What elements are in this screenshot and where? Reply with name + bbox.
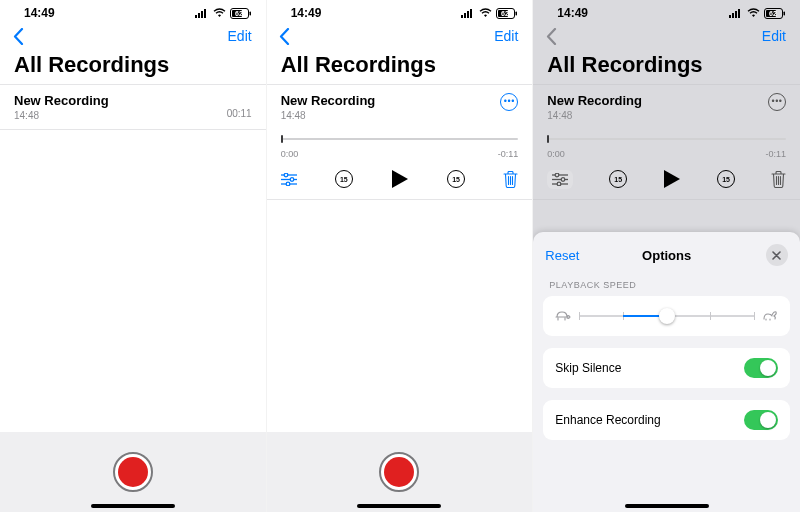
sheet-header: Reset Options bbox=[533, 238, 800, 276]
play-icon bbox=[663, 169, 681, 189]
scrubber-track bbox=[547, 138, 786, 140]
svg-rect-24 bbox=[735, 11, 737, 18]
delete-button[interactable] bbox=[771, 171, 786, 188]
screen-options-sheet: 14:49 62 Edit All Recordings New Recordi… bbox=[533, 0, 800, 512]
play-icon bbox=[391, 169, 409, 189]
ellipsis-icon: ••• bbox=[771, 97, 782, 106]
battery-icon: 62 bbox=[496, 8, 518, 19]
more-button[interactable]: ••• bbox=[768, 93, 786, 111]
scrubber-playhead[interactable] bbox=[281, 135, 283, 143]
svg-point-17 bbox=[284, 173, 288, 177]
skip-forward-icon: 15 bbox=[447, 170, 465, 188]
home-indicator[interactable] bbox=[91, 504, 175, 508]
svg-point-33 bbox=[562, 177, 566, 181]
signal-icon bbox=[461, 8, 475, 18]
edit-button[interactable]: Edit bbox=[228, 28, 252, 44]
player-panel: 0:00 -0:11 15 15 bbox=[533, 129, 800, 200]
skip-back-15-button[interactable]: 15 bbox=[335, 170, 353, 188]
scrubber-track bbox=[281, 138, 519, 140]
recording-name: New Recording bbox=[281, 93, 376, 108]
nav-bar: Edit bbox=[533, 22, 800, 50]
svg-text:62: 62 bbox=[235, 10, 243, 17]
skip-back-icon: 15 bbox=[335, 170, 353, 188]
recording-row-expanded: New Recording 14:48 ••• bbox=[533, 84, 800, 129]
close-sheet-button[interactable] bbox=[766, 244, 788, 266]
status-indicators: 62 bbox=[729, 8, 786, 19]
sheet-title: Options bbox=[642, 248, 691, 263]
player-panel: 0:00 -0:11 15 15 bbox=[267, 129, 533, 200]
speed-slider-knob[interactable] bbox=[659, 308, 675, 324]
options-sheet: Reset Options PLAYBACK SPEED bbox=[533, 232, 800, 512]
play-button[interactable] bbox=[391, 169, 409, 189]
svg-rect-2 bbox=[201, 11, 203, 18]
record-button[interactable] bbox=[113, 452, 153, 492]
skip-forward-15-button[interactable]: 15 bbox=[447, 170, 465, 188]
back-button[interactable] bbox=[8, 26, 28, 46]
status-indicators: 62 bbox=[195, 8, 252, 19]
skip-back-icon: 15 bbox=[609, 170, 627, 188]
page-title: All Recordings bbox=[267, 50, 533, 84]
wifi-icon bbox=[213, 8, 226, 18]
reset-button[interactable]: Reset bbox=[545, 248, 579, 263]
playback-options-button[interactable] bbox=[547, 170, 573, 189]
scrubber[interactable] bbox=[547, 133, 786, 147]
player-controls: 15 15 bbox=[547, 169, 786, 189]
wifi-icon bbox=[747, 8, 760, 18]
scrubber[interactable] bbox=[281, 133, 519, 147]
ellipsis-icon: ••• bbox=[504, 97, 515, 106]
battery-icon: 62 bbox=[230, 8, 252, 19]
screen-list: 14:49 62 Edit All Recordings New Recordi… bbox=[0, 0, 267, 512]
sliders-icon bbox=[552, 173, 568, 186]
skip-back-15-button[interactable]: 15 bbox=[609, 170, 627, 188]
playback-options-button[interactable] bbox=[281, 173, 297, 186]
svg-rect-6 bbox=[249, 11, 251, 15]
section-label-speed: PLAYBACK SPEED bbox=[533, 276, 800, 296]
trash-icon bbox=[503, 171, 518, 188]
edit-button[interactable]: Edit bbox=[762, 28, 786, 44]
screen-player: 14:49 62 Edit All Recordings New Recordi… bbox=[267, 0, 534, 512]
back-button[interactable] bbox=[541, 26, 561, 46]
enhance-recording-card: Enhance Recording bbox=[543, 400, 790, 440]
wifi-icon bbox=[479, 8, 492, 18]
edit-button[interactable]: Edit bbox=[494, 28, 518, 44]
enhance-recording-label: Enhance Recording bbox=[555, 413, 660, 427]
back-button[interactable] bbox=[275, 26, 295, 46]
skip-forward-15-button[interactable]: 15 bbox=[717, 170, 735, 188]
record-dot-icon bbox=[384, 457, 414, 487]
recording-timestamp: 14:48 bbox=[281, 110, 376, 121]
home-indicator[interactable] bbox=[625, 504, 709, 508]
recording-duration: 00:11 bbox=[227, 108, 252, 119]
time-remaining: -0:11 bbox=[765, 149, 786, 159]
speed-slider[interactable] bbox=[579, 306, 754, 326]
svg-rect-3 bbox=[204, 9, 206, 18]
battery-icon: 62 bbox=[764, 8, 786, 19]
recording-row[interactable]: New Recording 14:48 00:11 bbox=[0, 84, 266, 130]
svg-text:62: 62 bbox=[501, 10, 509, 17]
svg-point-31 bbox=[556, 173, 560, 177]
scrubber-playhead[interactable] bbox=[547, 135, 549, 143]
recording-name: New Recording bbox=[547, 93, 642, 108]
page-title: All Recordings bbox=[533, 50, 800, 84]
skip-silence-card: Skip Silence bbox=[543, 348, 790, 388]
nav-bar: Edit bbox=[0, 22, 266, 50]
record-button[interactable] bbox=[379, 452, 419, 492]
svg-rect-10 bbox=[467, 11, 469, 18]
home-indicator[interactable] bbox=[357, 504, 441, 508]
svg-rect-8 bbox=[461, 15, 463, 18]
svg-rect-23 bbox=[732, 13, 734, 18]
skip-silence-toggle[interactable] bbox=[744, 358, 778, 378]
record-bar bbox=[0, 432, 266, 512]
chevron-left-icon bbox=[13, 28, 24, 45]
signal-icon bbox=[195, 8, 209, 18]
signal-icon bbox=[729, 8, 743, 18]
recording-timestamp: 14:48 bbox=[547, 110, 642, 121]
svg-point-35 bbox=[558, 182, 562, 186]
svg-rect-14 bbox=[516, 11, 518, 15]
enhance-recording-toggle[interactable] bbox=[744, 410, 778, 430]
svg-rect-28 bbox=[783, 11, 785, 15]
trash-icon bbox=[771, 171, 786, 188]
play-button[interactable] bbox=[663, 169, 681, 189]
svg-point-21 bbox=[286, 182, 290, 186]
more-button[interactable]: ••• bbox=[500, 93, 518, 111]
delete-button[interactable] bbox=[503, 171, 518, 188]
